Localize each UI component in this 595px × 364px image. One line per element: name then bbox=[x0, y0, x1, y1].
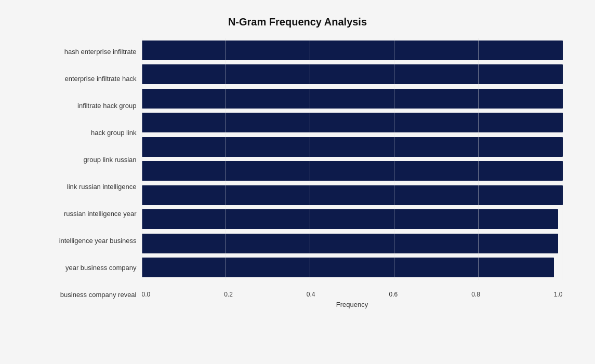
bar bbox=[142, 113, 563, 132]
bar bbox=[142, 161, 563, 181]
bar bbox=[142, 89, 563, 109]
y-label: infiltrate hack group bbox=[77, 102, 136, 109]
bar-row bbox=[142, 232, 563, 255]
chart-container: N-Gram Frequency Analysis hash enterpris… bbox=[12, 6, 584, 359]
y-label: enterprise infiltrate hack bbox=[64, 75, 136, 82]
y-labels: hash enterprise infiltrateenterprise inf… bbox=[33, 38, 142, 308]
bar-row bbox=[142, 256, 563, 279]
x-ticks: 0.00.20.40.60.81.0 bbox=[142, 288, 563, 298]
x-tick: 0.8 bbox=[471, 291, 480, 298]
chart-title: N-Gram Frequency Analysis bbox=[33, 16, 563, 28]
y-label: business company reveal bbox=[60, 291, 137, 298]
bar bbox=[142, 209, 559, 229]
x-tick: 0.4 bbox=[307, 291, 315, 298]
x-tick: 0.2 bbox=[224, 291, 233, 298]
x-tick: 0.6 bbox=[389, 291, 398, 298]
y-label: group link russian bbox=[84, 156, 137, 163]
x-tick: 0.0 bbox=[142, 291, 151, 298]
bar-row bbox=[142, 38, 563, 62]
x-axis: 0.00.20.40.60.81.0 bbox=[142, 282, 563, 298]
bar bbox=[142, 258, 554, 277]
bar-row bbox=[142, 159, 563, 183]
y-label: year business company bbox=[65, 264, 137, 271]
y-label: hack group link bbox=[91, 129, 136, 136]
bar-row bbox=[142, 135, 563, 158]
bar-row bbox=[142, 87, 563, 110]
y-label: russian intelligence year bbox=[64, 210, 136, 217]
bar-row bbox=[142, 208, 563, 231]
bar bbox=[142, 137, 563, 157]
x-axis-label: Frequency bbox=[142, 301, 563, 308]
y-label: link russian intelligence bbox=[67, 183, 137, 190]
bar bbox=[142, 64, 563, 84]
y-label: intelligence year business bbox=[59, 237, 137, 244]
bar-row bbox=[142, 111, 563, 134]
bars-wrapper bbox=[142, 38, 563, 280]
bar bbox=[142, 185, 563, 205]
bars-and-xaxis: 0.00.20.40.60.81.0 Frequency bbox=[142, 38, 563, 308]
bar-row bbox=[142, 63, 563, 86]
y-label: hash enterprise infiltrate bbox=[64, 48, 137, 55]
x-tick: 1.0 bbox=[554, 291, 563, 298]
chart-area: hash enterprise infiltrateenterprise inf… bbox=[33, 38, 563, 308]
bar bbox=[142, 234, 559, 253]
bar bbox=[142, 41, 563, 60]
bar-row bbox=[142, 183, 563, 207]
